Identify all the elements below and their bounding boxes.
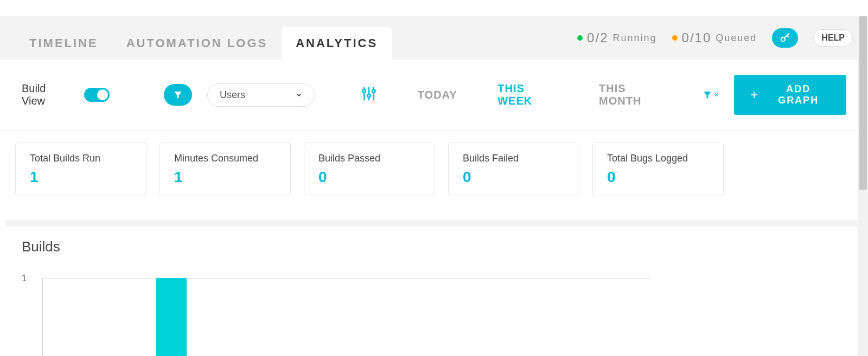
main-tabs: TIMELINE AUTOMATION LOGS ANALYTICS: [15, 16, 392, 60]
card-title: Minutes Consumed: [174, 153, 276, 164]
add-graph-label: ADD GRAPH: [767, 83, 830, 106]
status-queued: 0/10 Queued: [672, 30, 757, 46]
users-select[interactable]: Users: [207, 83, 315, 107]
controls-row: Build View Users TODAY THIS WEEK THIS MO…: [0, 60, 868, 131]
sliders-icon: [361, 86, 377, 102]
card-title: Total Bugs Logged: [607, 153, 709, 164]
sliders-button[interactable]: [361, 86, 377, 104]
filter-icon: [703, 90, 712, 100]
time-tab-this-week[interactable]: THIS WEEK: [497, 82, 558, 107]
chart-panel: Builds 1: [5, 220, 863, 356]
gridline: [42, 278, 651, 279]
dot-orange-icon: [672, 35, 678, 41]
dot-green-icon: [577, 35, 583, 41]
time-tab-this-month[interactable]: THIS MONTH: [599, 82, 667, 107]
card-value: 1: [174, 169, 276, 186]
subbar-right: 0/2 Running 0/10 Queued HELP: [577, 16, 853, 60]
tab-automation-logs[interactable]: AUTOMATION LOGS: [112, 27, 282, 60]
chart-title: Builds: [22, 238, 846, 255]
queued-count: 0/10: [682, 30, 712, 46]
clear-filter-button[interactable]: ×: [703, 90, 719, 100]
build-view-toggle[interactable]: [84, 88, 110, 102]
scrollbar-track[interactable]: [858, 16, 868, 356]
card-total-bugs-logged: Total Bugs Logged 0: [592, 143, 724, 196]
select-value: Users: [220, 89, 245, 101]
filter-button[interactable]: [164, 84, 192, 106]
sub-bar: TIMELINE AUTOMATION LOGS ANALYTICS 0/2 R…: [0, 16, 868, 60]
plus-icon: +: [750, 88, 759, 101]
card-builds-passed: Builds Passed 0: [304, 143, 435, 196]
card-value: 1: [30, 169, 132, 186]
card-title: Builds Failed: [463, 153, 565, 164]
card-title: Builds Passed: [318, 153, 420, 164]
add-graph-button[interactable]: + ADD GRAPH: [734, 75, 846, 115]
help-button[interactable]: HELP: [813, 29, 853, 47]
svg-point-6: [372, 89, 375, 93]
time-tab-today[interactable]: TODAY: [418, 89, 457, 101]
card-minutes-consumed: Minutes Consumed 1: [159, 143, 291, 196]
top-strip: [0, 0, 868, 16]
svg-point-4: [363, 89, 366, 93]
card-total-builds-run: Total Builds Run 1: [15, 143, 146, 196]
chart-bar: [156, 278, 187, 356]
build-view-label: Build View: [22, 82, 69, 107]
stat-cards-row: Total Builds Run 1 Minutes Consumed 1 Bu…: [0, 131, 868, 212]
tab-analytics[interactable]: ANALYTICS: [282, 27, 392, 60]
chart-area: 1: [22, 274, 846, 356]
running-count: 0/2: [587, 30, 608, 46]
status-running: 0/2 Running: [577, 30, 656, 46]
y-axis: [42, 278, 43, 356]
scrollbar-thumb[interactable]: [859, 16, 867, 190]
key-icon: [779, 32, 791, 44]
running-label: Running: [612, 33, 656, 44]
card-title: Total Builds Run: [30, 153, 132, 164]
key-button[interactable]: [772, 28, 798, 48]
svg-point-5: [367, 94, 371, 98]
tab-timeline[interactable]: TIMELINE: [15, 27, 112, 60]
card-value: 0: [318, 169, 420, 186]
card-builds-failed: Builds Failed 0: [448, 143, 579, 196]
chevron-down-icon: [295, 91, 303, 99]
filter-icon: [173, 90, 183, 100]
queued-label: Queued: [716, 33, 757, 44]
clear-x: ×: [714, 90, 719, 100]
card-value: 0: [607, 169, 709, 186]
y-tick-1: 1: [22, 274, 27, 283]
card-value: 0: [463, 169, 565, 186]
